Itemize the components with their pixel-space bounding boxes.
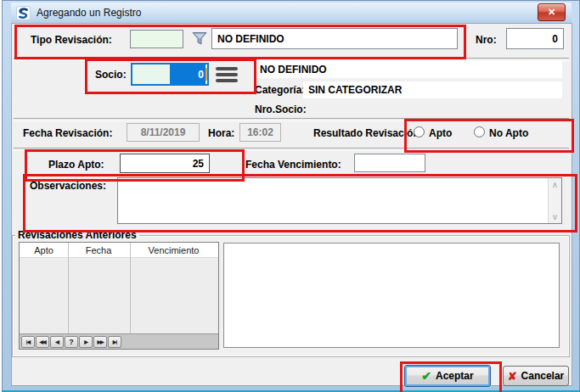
column-header-vencimiento: Vencimiento	[129, 243, 218, 257]
grid-line	[68, 243, 69, 334]
nav-next-button[interactable]: ▶	[79, 336, 93, 348]
radio-apto[interactable]	[414, 126, 425, 137]
separator	[14, 118, 569, 121]
close-icon: ✕	[548, 7, 555, 18]
socio-selected-value: 0	[170, 64, 206, 84]
nro-label: Nro:	[476, 34, 497, 46]
cancelar-button[interactable]: ✘ Cancelar	[503, 366, 569, 386]
scroll-up-icon[interactable]: ∧	[552, 180, 558, 189]
observaciones-label: Observaciones:	[30, 180, 106, 192]
menu-icon-bar	[216, 79, 238, 82]
text-caret	[206, 68, 207, 81]
table-header: Apto Fecha Vencimiento	[20, 243, 218, 258]
categoria-label: Categoría:	[255, 84, 305, 96]
socio-display-text: NO DEFINIDO	[260, 64, 327, 76]
filter-icon[interactable]	[191, 31, 208, 47]
hora-input	[239, 123, 281, 142]
observaciones-textarea[interactable]	[117, 177, 562, 224]
grid-line	[130, 243, 131, 334]
radio-no-apto[interactable]	[474, 126, 485, 137]
nav-next-page-button[interactable]: ▶▶	[93, 336, 107, 348]
observaciones-scrollbar[interactable]: ∧ ∨	[548, 178, 561, 223]
fecha-revisacion-label: Fecha Revisación:	[23, 127, 112, 139]
nav-last-button[interactable]: ▶|	[108, 336, 121, 348]
nav-search-button[interactable]: ?	[65, 336, 78, 348]
tipo-revisacion-code-input[interactable]	[130, 30, 183, 48]
tipo-revisacion-label: Tipo Revisación:	[31, 34, 112, 46]
nro-input[interactable]	[506, 28, 564, 49]
tipo-revisacion-display: NO DEFINIDO	[211, 28, 458, 49]
menu-icon-bar	[216, 67, 238, 70]
record-navigator: |◀ ◀◀ ◀ ? ▶ ▶▶ ▶|	[20, 333, 218, 349]
menu-icon-bar	[216, 73, 238, 76]
categoria-display-text: SIN CATEGORIZAR	[308, 84, 402, 96]
check-icon: ✔	[421, 369, 431, 383]
screenshot-stage: Agregando un Registro ✕ Tipo Revisación:…	[0, 0, 580, 392]
scroll-down-icon[interactable]: ∨	[552, 212, 558, 221]
aceptar-button-label: Aceptar	[436, 370, 474, 382]
fecha-vencimiento-input[interactable]	[354, 154, 425, 172]
nav-first-button[interactable]: |◀	[21, 336, 35, 348]
socio-input[interactable]: 0	[131, 63, 209, 86]
nav-prior-button[interactable]: ◀	[50, 336, 64, 348]
column-header-apto: Apto	[20, 243, 68, 257]
separator	[14, 148, 569, 151]
aceptar-button[interactable]: ✔ Aceptar	[404, 365, 491, 387]
window-title: Agregando un Registro	[37, 7, 141, 19]
column-header-fecha: Fecha	[68, 243, 129, 257]
radio-no-apto-label[interactable]: No Apto	[489, 127, 528, 139]
fecha-vencimiento-label: Fecha Vencimiento:	[245, 159, 341, 171]
hora-label: Hora:	[208, 127, 234, 139]
socio-display: NO DEFINIDO	[255, 61, 562, 78]
radio-apto-label[interactable]: Apto	[429, 127, 452, 139]
socio-label: Socio:	[95, 69, 127, 81]
cancelar-button-label: Cancelar	[521, 370, 565, 382]
revisaciones-table[interactable]: Apto Fecha Vencimiento |◀ ◀◀ ◀ ? ▶ ▶▶ ▶|	[19, 242, 219, 350]
resultado-revisacion-label: Resultado Revisación:	[313, 127, 423, 139]
title-bar[interactable]: Agregando un Registro ✕	[11, 3, 572, 23]
revisaciones-detail-panel	[223, 243, 560, 348]
socio-input-empty-area	[132, 64, 170, 84]
plazo-apto-input[interactable]	[120, 154, 210, 173]
categoria-display: SIN CATEGORIZAR	[303, 81, 562, 98]
fecha-revisacion-input	[127, 123, 200, 142]
tipo-revisacion-display-text: NO DEFINIDO	[217, 33, 284, 45]
app-icon	[16, 6, 31, 20]
plazo-apto-label: Plazo Apto:	[48, 159, 104, 171]
cross-icon: ✘	[508, 370, 517, 383]
close-button[interactable]: ✕	[538, 3, 566, 21]
revisaciones-anteriores-title: Revisaciones Anteriores	[15, 229, 139, 241]
socio-lookup-button[interactable]	[216, 67, 238, 85]
nro-socio-label: Nro.Socio:	[255, 104, 307, 115]
nav-prior-page-button[interactable]: ◀◀	[36, 336, 49, 348]
